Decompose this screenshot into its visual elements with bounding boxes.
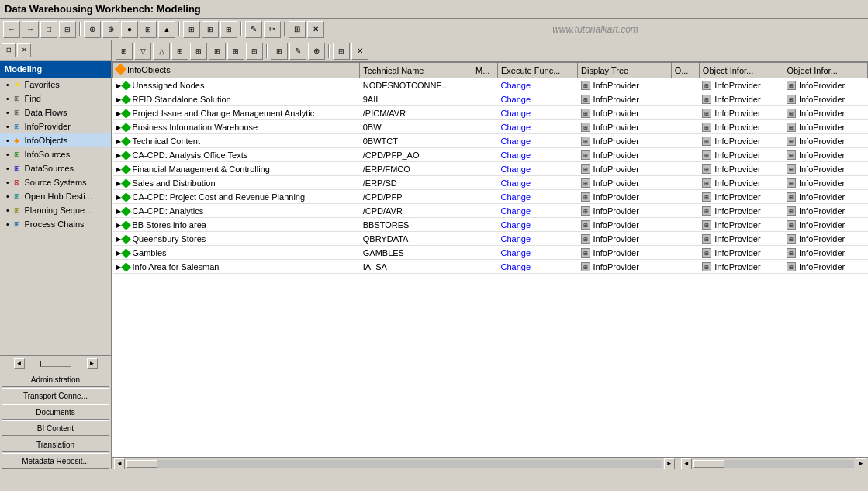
change-link[interactable]: Change — [500, 234, 531, 244]
tree-arrow[interactable]: ▶ — [116, 264, 121, 271]
rt-btn-8[interactable]: ⊞ — [246, 43, 263, 60]
documents-button[interactable]: Documents — [2, 404, 109, 420]
left-scroll-left[interactable]: ◄ — [14, 358, 25, 369]
change-link[interactable]: Change — [500, 206, 531, 216]
back-button[interactable]: ← — [3, 21, 20, 38]
h-scroll-right[interactable]: ► — [664, 458, 675, 469]
h-scroll-right2[interactable]: ► — [856, 458, 866, 469]
nav-item-favorites[interactable]: • ★ Favorites — [0, 78, 111, 92]
change-link[interactable]: Change — [500, 81, 531, 90]
admin-button[interactable]: Administration — [2, 372, 109, 387]
col-header-techname[interactable]: Technical Name — [360, 63, 472, 78]
tree-arrow[interactable]: ▶ — [116, 152, 121, 159]
table-container[interactable]: InfoObjects Technical Name M... Execute … — [112, 62, 868, 457]
stop-button[interactable]: □ — [40, 21, 57, 38]
rt-btn-1[interactable]: ⊞ — [116, 43, 133, 60]
toolbar-btn-5[interactable]: ⊕ — [84, 21, 101, 38]
nav-item-find[interactable]: • ⊞ Find — [0, 92, 111, 105]
rt-btn-7[interactable]: ⊞ — [227, 43, 244, 60]
tree-arrow[interactable]: ▶ — [116, 110, 121, 117]
change-link[interactable]: Change — [500, 220, 531, 230]
toolbar-btn-4[interactable]: ⊞ — [59, 21, 76, 38]
toolbar-btn-9[interactable]: ▲ — [158, 21, 175, 38]
toolbar-btn-13[interactable]: ✎ — [245, 21, 262, 38]
rt-btn-6[interactable]: ⊞ — [209, 43, 226, 60]
rt-btn-4[interactable]: ⊞ — [171, 43, 188, 60]
left-tool-1[interactable]: ⊞ — [2, 43, 16, 57]
nav-item-processchains[interactable]: • ⊞ Process Chains — [0, 217, 111, 231]
change-link[interactable]: Change — [500, 192, 531, 202]
tree-arrow[interactable]: ▶ — [116, 208, 121, 215]
h-scroll-left2[interactable]: ◄ — [681, 458, 692, 469]
cell-execute[interactable]: Change — [497, 162, 577, 176]
change-link[interactable]: Change — [500, 109, 531, 118]
nav-item-openhub[interactable]: • ⊞ Open Hub Desti... — [0, 189, 111, 203]
cell-execute[interactable]: Change — [497, 204, 577, 218]
nav-item-sourcesystems[interactable]: • ⊠ Source Systems — [0, 175, 111, 189]
change-link[interactable]: Change — [500, 150, 531, 160]
tree-arrow[interactable]: ▶ — [116, 138, 121, 145]
translation-button[interactable]: Translation — [2, 437, 109, 452]
cell-execute[interactable]: Change — [497, 246, 577, 260]
col-header-objinfo2[interactable]: Object Infor... — [783, 63, 868, 78]
nav-item-infosources[interactable]: • ⊞ InfoSources — [0, 147, 111, 161]
change-link[interactable]: Change — [500, 123, 531, 132]
toolbar-btn-11[interactable]: ⊞ — [202, 21, 219, 38]
cell-execute[interactable]: Change — [497, 232, 577, 246]
nav-item-infoprovider[interactable]: • ⊞ InfoProvider — [0, 119, 111, 133]
change-link[interactable]: Change — [500, 95, 531, 104]
nav-item-dataflows[interactable]: • ⊞ Data Flows — [0, 105, 111, 119]
rt-btn-12[interactable]: ⊞ — [333, 43, 350, 60]
cell-execute[interactable]: Change — [497, 106, 577, 120]
forward-button[interactable]: → — [22, 21, 39, 38]
transport-button[interactable]: Transport Conne... — [2, 388, 109, 403]
tree-arrow[interactable]: ▶ — [116, 166, 121, 173]
tree-arrow[interactable]: ▶ — [116, 124, 121, 131]
left-scroll-right[interactable]: ► — [87, 358, 98, 369]
cell-execute[interactable]: Change — [497, 148, 577, 162]
change-link[interactable]: Change — [500, 248, 531, 258]
cell-execute[interactable]: Change — [497, 92, 577, 106]
change-link[interactable]: Change — [500, 178, 531, 188]
rt-btn-5[interactable]: ⊞ — [190, 43, 207, 60]
metadata-button[interactable]: Metadata Reposit... — [2, 453, 109, 469]
tree-arrow[interactable]: ▶ — [116, 194, 121, 201]
toolbar-btn-15[interactable]: ⊞ — [289, 21, 306, 38]
rt-btn-2[interactable]: ▽ — [134, 43, 151, 60]
tree-arrow[interactable]: ▶ — [116, 180, 121, 187]
rt-btn-11[interactable]: ⊕ — [308, 43, 325, 60]
nav-item-datasources[interactable]: • ⊞ DataSources — [0, 161, 111, 175]
change-link[interactable]: Change — [500, 262, 531, 271]
col-header-execute[interactable]: Execute Func... — [497, 63, 577, 78]
nav-item-infoobjects[interactable]: • ◆ InfoObjects — [0, 133, 111, 147]
col-header-objinfo1[interactable]: Object Infor... — [699, 63, 783, 78]
col-header-displaytree[interactable]: Display Tree — [578, 63, 672, 78]
tree-arrow[interactable]: ▶ — [116, 222, 121, 229]
cell-execute[interactable]: Change — [497, 190, 577, 204]
cell-execute[interactable]: Change — [497, 134, 577, 148]
toolbar-btn-10[interactable]: ⊞ — [183, 21, 200, 38]
rt-btn-9[interactable]: ⊞ — [271, 43, 288, 60]
nav-item-planning[interactable]: • ⊞ Planning Seque... — [0, 203, 111, 217]
toolbar-btn-8[interactable]: ⊞ — [140, 21, 157, 38]
cell-execute[interactable]: Change — [497, 218, 577, 232]
bicontent-button[interactable]: BI Content — [2, 420, 109, 436]
left-tool-2[interactable]: ✕ — [17, 43, 31, 57]
change-link[interactable]: Change — [500, 137, 531, 146]
rt-btn-13[interactable]: ✕ — [351, 43, 368, 60]
cell-execute[interactable]: Change — [497, 78, 577, 92]
tree-arrow[interactable]: ▶ — [116, 250, 121, 257]
rt-btn-3[interactable]: △ — [153, 43, 170, 60]
cell-execute[interactable]: Change — [497, 176, 577, 190]
toolbar-btn-14[interactable]: ✂ — [264, 21, 281, 38]
rt-btn-10[interactable]: ✎ — [289, 43, 306, 60]
col-header-infoobjects[interactable]: InfoObjects — [113, 63, 360, 78]
change-link[interactable]: Change — [500, 164, 531, 174]
toolbar-btn-12[interactable]: ⊞ — [220, 21, 237, 38]
h-scroll-track2[interactable] — [693, 460, 854, 468]
cell-execute[interactable]: Change — [497, 260, 577, 274]
h-scroll-left[interactable]: ◄ — [114, 458, 125, 469]
tree-arrow[interactable]: ▶ — [116, 82, 121, 89]
toolbar-btn-16[interactable]: ✕ — [307, 21, 324, 38]
h-scroll-track[interactable] — [126, 460, 662, 468]
